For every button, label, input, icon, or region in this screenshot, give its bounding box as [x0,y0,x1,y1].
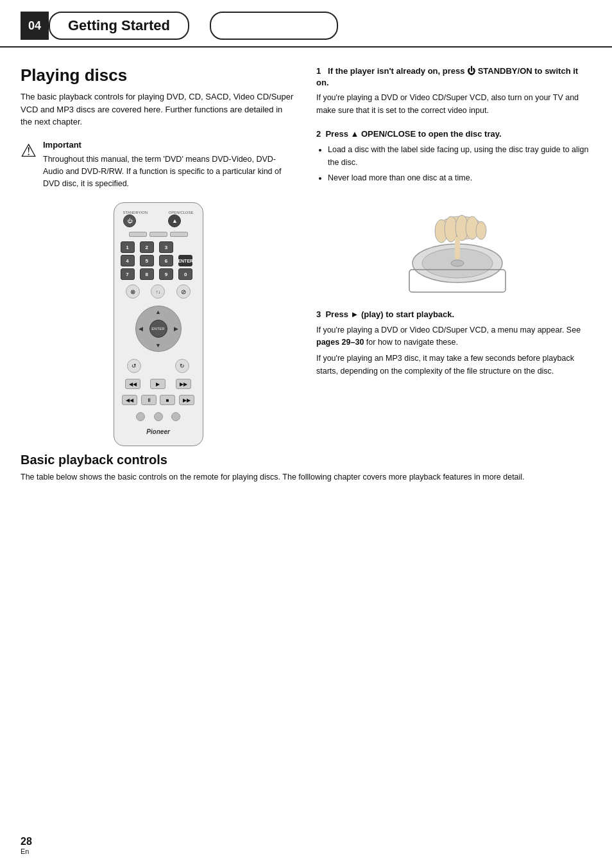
menu-icon-button[interactable]: ⊗ [126,284,140,299]
step-3: 3 Press ► (play) to start playback. If y… [316,309,591,378]
right-column: 1 If the player isn't already on, press … [316,65,591,446]
chapter-title: Getting Started [49,12,189,40]
dot-3 [171,412,180,421]
icon-row: ⊗ ↑↓ ⊘ [121,284,196,299]
chapter-number: 04 [21,12,49,40]
page-language: En [21,847,29,855]
step-2: 2 Press ▲ OPEN/CLOSE to open the disc tr… [316,128,591,184]
step-1-body: If you're playing a DVD or Video CD/Supe… [316,92,591,117]
page-header: 04 Getting Started [0,0,612,48]
display-icon-button[interactable]: ↑↓ [151,284,165,299]
remote-bar-1 [129,232,147,237]
open-close-button[interactable]: ▲ [168,214,181,227]
next-button[interactable]: ▶▶ [176,379,191,389]
stop-button[interactable]: ■ [160,395,175,405]
ff-button[interactable]: ▶▶ [179,395,194,405]
section-title: Playing discs [21,65,296,85]
step-2-title: 2 Press ▲ OPEN/CLOSE to open the disc tr… [316,128,591,140]
num-btn-3[interactable]: 3 [159,241,173,253]
num-btn-6[interactable]: 6 [159,255,173,266]
step-2-bullet-2: Never load more than one disc at a time. [328,171,591,184]
enter-button[interactable]: ENTER [178,255,192,266]
spacer [155,359,161,373]
remote-bar-3 [170,232,188,237]
num-btn-4[interactable]: 4 [121,255,135,266]
dpad-down[interactable]: ▼ [155,342,161,349]
step-1-number: 1 [316,66,325,76]
basic-controls-section: Basic playback controls The table below … [0,453,612,483]
playback-row-2: ◀◀ ⏸ ■ ▶▶ [121,395,196,405]
num-btn-5[interactable]: 5 [140,255,154,266]
remote-control: STANDBY/ON ⏻ OPEN/CLOSE ▲ 1 [114,202,203,446]
tools-icon-button[interactable]: ↻ [175,359,189,373]
dpad-up[interactable]: ▲ [155,309,161,315]
important-body: Throughout this manual, the term 'DVD' m… [43,153,296,189]
bottom-icon-row: ↺ ↻ [121,359,196,373]
svg-point-8 [451,260,464,266]
rew-button[interactable]: ◀◀ [122,395,137,405]
content-area: Playing discs The basic playback control… [0,48,612,446]
disc-illustration [316,196,591,299]
page-footer: 28 En [21,836,32,855]
setup-icon-button[interactable]: ⊘ [176,284,191,299]
num-btn-0[interactable]: 0 [178,268,192,280]
pause-button[interactable]: ⏸ [141,395,157,405]
dpad[interactable]: ▲ ▼ ◀ ▶ ENTER [135,306,182,352]
dpad-enter[interactable]: ENTER [149,320,167,338]
standby-label: STANDBY/ON [123,211,148,214]
brand-name: Pioneer [146,428,170,435]
remote-illustration: STANDBY/ON ⏻ OPEN/CLOSE ▲ 1 [21,202,296,446]
page-number: 28 [21,836,32,847]
dpad-right[interactable]: ▶ [174,326,178,332]
svg-point-5 [476,221,486,239]
dpad-left[interactable]: ◀ [139,326,143,332]
prev-button[interactable]: ◀◀ [125,379,140,389]
dot-2 [154,412,163,421]
important-label: Important [43,139,296,152]
basic-controls-title: Basic playback controls [21,453,591,467]
step-2-list: Load a disc with the label side facing u… [328,143,591,184]
num-btn-8[interactable]: 8 [140,268,154,280]
num-btn-2[interactable]: 2 [140,241,154,253]
dot-1 [136,412,145,421]
left-column: Playing discs The basic playback control… [21,65,296,446]
step-3-title: 3 Press ► (play) to start playback. [316,309,591,320]
return-icon-button[interactable]: ↺ [127,359,141,373]
num-btn-empty [178,241,192,253]
remote-bars [129,232,188,237]
num-btn-7[interactable]: 7 [121,268,135,280]
num-btn-9[interactable]: 9 [159,268,173,280]
step-1-title: 1 If the player isn't already on, press … [316,65,591,89]
remote-bar-2 [149,232,167,237]
open-close-label: OPEN/CLOSE [168,211,193,214]
basic-controls-body: The table below shows the basic controls… [21,471,591,483]
dots-row [132,412,185,421]
disc-svg [390,196,518,299]
step-3-body-2: If you're playing an MP3 disc, it may ta… [316,352,591,378]
header-right-pill [210,12,338,40]
step-1: 1 If the player isn't already on, press … [316,65,591,117]
step-1-heading: If the player isn't already on, press ⏻ … [316,66,578,87]
standby-button[interactable]: ⏻ [123,214,136,227]
play-button[interactable]: ▶ [150,379,166,389]
step-2-bullet-1: Load a disc with the label side facing u… [328,143,591,169]
numpad: 1 2 3 4 5 6 ENTER 7 8 9 0 [121,241,196,280]
important-box: ⚠ Important Throughout this manual, the … [21,139,296,190]
step-3-body-1: If you're playing a DVD or Video CD/Supe… [316,324,591,349]
important-content: Important Throughout this manual, the te… [43,139,296,190]
section-intro: The basic playback controls for playing … [21,91,296,128]
num-btn-1[interactable]: 1 [121,241,135,253]
dpad-container: ▲ ▼ ◀ ▶ ENTER [135,306,182,352]
warning-icon: ⚠ [21,140,37,161]
playback-row-1: ◀◀ ▶ ▶▶ [121,379,196,389]
